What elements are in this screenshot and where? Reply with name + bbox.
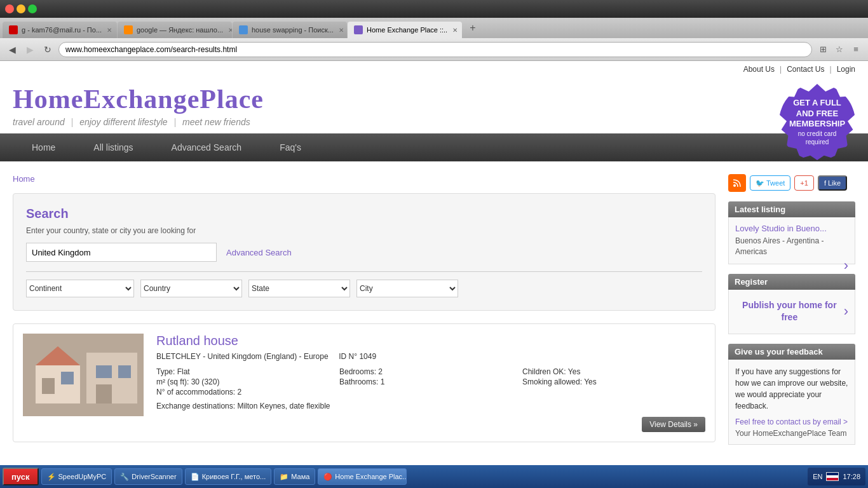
continent-select[interactable]: Continent — [26, 280, 134, 297]
twitter-icon: 🐦 — [756, 179, 764, 187]
listing-sqm-label: m² (sq ft): 30 (320) — [156, 377, 339, 386]
view-details-button[interactable]: View Details » — [642, 417, 705, 432]
city-select[interactable]: City — [356, 280, 458, 297]
tweet-label: Tweet — [766, 179, 785, 187]
tagline-part-1: travel around — [13, 117, 65, 127]
listing-location: BLETCHLEY - United Kingdom (England) - E… — [156, 352, 705, 361]
search-input[interactable] — [26, 243, 217, 262]
search-divider — [26, 271, 702, 272]
tab-label-1: g - kam76@mail.ru - По... — [22, 26, 102, 34]
listing-card: Rutland house BLETCHLEY - United Kingdom… — [13, 323, 715, 442]
tab-label-3: house swapping - Поиск... — [252, 26, 334, 34]
close-btn[interactable] — [5, 4, 14, 13]
refresh-button[interactable]: ↻ — [41, 43, 55, 57]
grid-icon[interactable]: ⊞ — [816, 43, 830, 57]
max-btn[interactable] — [28, 4, 37, 13]
search-box: Search Enter your country, state or city… — [13, 193, 715, 311]
browser-toolbar: ◀ ▶ ↻ ⊞ ☆ ≡ — [0, 38, 868, 61]
register-header: Register — [728, 274, 855, 290]
tagline-sep-1: | — [71, 117, 74, 127]
listing-image — [23, 334, 144, 416]
sidebar: 🐦 Tweet +1 f Like Latest listing Lovely … — [728, 174, 855, 455]
nav-all-listings[interactable]: All listings — [74, 142, 152, 152]
address-bar[interactable] — [58, 42, 812, 57]
tweet-button[interactable]: 🐦 Tweet — [750, 175, 790, 191]
country-select[interactable]: Country — [140, 280, 242, 297]
badge-line5: required — [806, 138, 829, 146]
badge-line1: GET A FULL — [793, 98, 841, 109]
browser-chrome: g - kam76@mail.ru - По... ✕ google — Янд… — [0, 0, 868, 61]
page: About Us | Contact Us | Login HomeExchan… — [0, 61, 868, 468]
sep-2: | — [830, 65, 832, 74]
listing-details: Type: Flat Bedrooms: 2 Children OK: Yes … — [156, 367, 705, 396]
tab-3[interactable]: house swapping - Поиск... ✕ — [233, 22, 347, 38]
tab-favicon-3 — [239, 25, 248, 34]
about-us-link[interactable]: About Us — [743, 65, 775, 74]
top-navigation: About Us | Contact Us | Login — [0, 61, 868, 78]
site-tagline: travel around | enjoy different lifestyl… — [13, 117, 855, 127]
state-select[interactable]: State — [248, 280, 350, 297]
feedback-email-link[interactable]: Feel free to contact us by email > — [735, 417, 848, 426]
listing-title: Rutland house — [156, 334, 705, 348]
badge-line2: AND FREE — [796, 109, 838, 119]
forward-button[interactable]: ▶ — [23, 43, 37, 57]
listing-exchange: Exchange destinations: Milton Keynes, da… — [156, 402, 705, 410]
svg-rect-7 — [118, 365, 131, 378]
listing-bathrooms-label: Bathrooms: 1 — [339, 377, 522, 386]
login-link[interactable]: Login — [837, 65, 855, 74]
latest-listing-arrow[interactable]: › — [844, 257, 848, 274]
latest-listing-body: Lovely Studio in Bueno... Buenos Aires -… — [728, 217, 855, 264]
fb-label: Like — [828, 179, 841, 187]
latest-listing-link[interactable]: Lovely Studio in Bueno... — [735, 224, 848, 233]
search-hint: Enter your country, state or city you ar… — [26, 226, 702, 235]
facebook-button[interactable]: f Like — [818, 175, 847, 191]
tagline-part-2: enjoy different lifestyle — [79, 117, 168, 127]
svg-point-9 — [733, 184, 736, 187]
site-title: HomeExchangePlace — [13, 84, 855, 114]
feedback-header: Give us your feedback — [728, 344, 855, 360]
listing-image-placeholder — [23, 334, 144, 416]
sep-1: | — [780, 65, 782, 74]
filter-row: Continent Country State City — [26, 280, 702, 297]
breadcrumb-home[interactable]: Home — [13, 174, 35, 184]
menu-icon[interactable]: ≡ — [849, 43, 863, 57]
latest-listing-sub: Buenos Aires - Argentina - Americas — [735, 236, 848, 257]
tab-close-1[interactable]: ✕ — [105, 26, 113, 34]
social-row: 🐦 Tweet +1 f Like — [728, 174, 855, 192]
browser-titlebar — [0, 0, 868, 18]
rss-button[interactable] — [728, 174, 746, 192]
badge-line4: no credit card — [798, 130, 837, 138]
nav-faqs[interactable]: Faq's — [261, 142, 320, 152]
tab-4[interactable]: Home Exchange Place ::.. ✕ — [348, 22, 462, 38]
new-tab-button[interactable]: + — [465, 20, 480, 36]
nav-advanced-search[interactable]: Advanced Search — [153, 142, 261, 152]
tab-label-4: Home Exchange Place ::.. — [367, 26, 447, 34]
feedback-text: If you have any suggestions for how we c… — [735, 366, 848, 412]
tab-1[interactable]: g - kam76@mail.ru - По... ✕ — [3, 22, 117, 38]
svg-rect-4 — [42, 378, 55, 394]
contact-us-link[interactable]: Contact Us — [787, 65, 824, 74]
main-navigation: Home All listings Advanced Search Faq's — [0, 133, 868, 161]
advanced-search-link[interactable]: Advanced Search — [226, 248, 292, 257]
back-button[interactable]: ◀ — [5, 43, 19, 57]
membership-badge: GET A FULL AND FREE MEMBERSHIP no credit… — [779, 84, 855, 160]
tagline-sep-2: | — [174, 117, 177, 127]
listing-type-label: Type: Flat — [156, 367, 339, 376]
tab-favicon-2 — [124, 25, 133, 34]
nav-home[interactable]: Home — [13, 142, 74, 152]
tab-2[interactable]: google — Яндекс: нашло... ✕ — [118, 22, 232, 38]
gplus-button[interactable]: +1 — [794, 175, 814, 191]
badge-line3: MEMBERSHIP — [789, 119, 845, 130]
tab-close-4[interactable]: ✕ — [451, 26, 459, 34]
svg-rect-8 — [96, 384, 112, 403]
publish-text: Publish your home for free — [735, 299, 844, 324]
listing-accom-label: N° of accommodations: 2 — [156, 388, 339, 396]
publish-arrow-button[interactable]: › — [844, 303, 848, 320]
bookmark-icon[interactable]: ☆ — [832, 43, 846, 57]
taskbar: пуск ⚡ SpeedUpMyPC 🔧 DriverScanner 📄 Кри… — [0, 465, 868, 468]
svg-rect-5 — [61, 372, 74, 384]
tab-close-2[interactable]: ✕ — [227, 26, 232, 34]
tab-close-3[interactable]: ✕ — [337, 26, 345, 34]
search-title: Search — [26, 207, 702, 221]
min-btn[interactable] — [17, 4, 25, 13]
